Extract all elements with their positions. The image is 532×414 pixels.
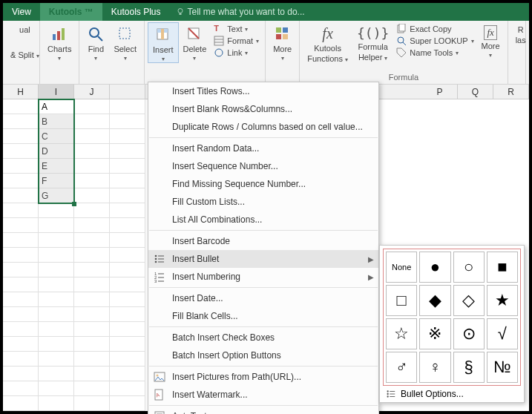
find-button[interactable]: Find ▾ xyxy=(82,22,109,62)
insert-button[interactable]: Insert ▾ xyxy=(148,22,179,63)
more2-label: More xyxy=(482,42,500,50)
chart-icon xyxy=(50,25,68,43)
menu-insert-barcode[interactable]: Insert Barcode xyxy=(148,232,378,250)
chevron-down-icon: ▾ xyxy=(489,52,492,59)
ribbon-tabs: View Kutools ™ Kutools Plus Tell me what… xyxy=(3,3,529,21)
chevron-down-icon: ▾ xyxy=(193,55,196,62)
exact-copy-button[interactable]: Exact Copy xyxy=(396,24,473,34)
bullet-hollow-square[interactable]: □ xyxy=(386,285,417,316)
bullet-hollow-star[interactable]: ☆ xyxy=(386,318,417,349)
menu-batch-option-buttons[interactable]: Batch Insert Option Buttons xyxy=(148,346,378,364)
cell[interactable]: B xyxy=(39,114,74,129)
cell[interactable]: G xyxy=(39,188,74,203)
menu-insert-watermark[interactable]: A Insert Watermark... xyxy=(148,386,378,404)
cell[interactable]: F xyxy=(39,174,74,188)
cell[interactable]: D xyxy=(39,144,74,159)
bullet-hollow-diamond[interactable]: ◇ xyxy=(453,285,485,316)
format-label: Format xyxy=(227,36,253,45)
cell[interactable]: A xyxy=(39,99,74,114)
menu-insert-blank-rows-cols[interactable]: Insert Blank Rows&Columns... xyxy=(148,100,378,118)
charts-button[interactable]: Charts ▾ xyxy=(43,22,76,62)
menu-random-data[interactable]: Insert Random Data... xyxy=(148,139,378,157)
menu-insert-titles-rows[interactable]: Insert Titles Rows... xyxy=(148,82,378,100)
autotext-icon xyxy=(153,410,166,414)
svg-point-4 xyxy=(90,28,99,37)
svg-rect-17 xyxy=(283,27,288,33)
cell[interactable]: C xyxy=(39,129,74,144)
menu-fill-blank-cells[interactable]: Fill Blank Cells... xyxy=(148,307,378,325)
col-header[interactable]: P xyxy=(422,85,458,99)
bullet-filled-star[interactable]: ★ xyxy=(487,285,518,316)
bullet-filled-circle[interactable]: ● xyxy=(419,252,450,283)
bullet-palette: None ● ○ ■ □ ◆ ◇ ★ ☆ ※ ⊙ √ ♂ ♀ § № Bulle… xyxy=(379,245,525,403)
tell-me-search[interactable]: Tell me what you want to do... xyxy=(170,3,305,21)
tab-kutools[interactable]: Kutools ™ xyxy=(40,3,102,21)
bullet-female[interactable]: ♀ xyxy=(419,352,450,383)
bullet-filled-square[interactable]: ■ xyxy=(487,252,518,283)
nametools-label: Name Tools xyxy=(410,48,453,57)
chevron-down-icon: ▾ xyxy=(124,55,127,62)
bullet-hollow-circle[interactable]: ○ xyxy=(453,252,485,283)
super-lookup-button[interactable]: Super LOOKUP ▾ xyxy=(396,36,473,46)
link-button[interactable]: Link ▾ xyxy=(214,47,259,58)
exactcopy-label: Exact Copy xyxy=(410,24,451,33)
menu-insert-bullet[interactable]: Insert Bullet ▶ xyxy=(148,250,378,268)
menu-find-missing[interactable]: Find Missing Sequence Number... xyxy=(148,175,378,193)
menu-autotext[interactable]: AutoText xyxy=(148,407,378,414)
col-header[interactable]: H xyxy=(3,85,39,99)
bullet-section[interactable]: § xyxy=(453,352,485,383)
menu-pictures-from-path[interactable]: Insert Pictures from Path(URL)... xyxy=(148,368,378,386)
col-header[interactable]: R xyxy=(493,85,529,99)
delete-button[interactable]: Delete ▾ xyxy=(179,22,211,62)
bullet-reference-mark[interactable]: ※ xyxy=(419,318,450,349)
svg-point-48 xyxy=(387,395,388,397)
bullet-filled-diamond[interactable]: ◆ xyxy=(419,285,450,316)
col-header[interactable] xyxy=(110,85,145,99)
menu-separator xyxy=(149,405,378,406)
menu-sequence-number[interactable]: Insert Sequence Number... xyxy=(148,157,378,175)
bullet-none[interactable]: None xyxy=(386,252,417,283)
tab-view[interactable]: View xyxy=(3,3,40,21)
menu-insert-numbering[interactable]: 123 Insert Numbering ▶ xyxy=(148,268,378,286)
bullet-options[interactable]: Bullet Options... xyxy=(383,386,521,399)
text-button[interactable]: TText ▾ xyxy=(214,24,259,34)
cell[interactable]: E xyxy=(39,159,74,174)
tab-kutools-plus[interactable]: Kutools Plus xyxy=(102,3,170,21)
insert-dropdown-menu: Insert Titles Rows... Insert Blank Rows&… xyxy=(148,82,379,414)
svg-rect-3 xyxy=(62,28,65,40)
bullet-check[interactable]: √ xyxy=(487,318,518,349)
format-button[interactable]: Format ▾ xyxy=(214,36,259,46)
delete-icon xyxy=(185,25,203,43)
grid-icon xyxy=(274,25,292,43)
visual-label: ual xyxy=(19,25,30,34)
svg-point-24 xyxy=(155,255,157,257)
fill-handle[interactable] xyxy=(72,202,76,206)
menu-batch-checkboxes[interactable]: Batch Insert Check Boxes xyxy=(148,329,378,346)
picture-icon xyxy=(153,370,166,384)
more-button-2[interactable]: fx More ▾ xyxy=(477,22,505,59)
menu-duplicate-rows[interactable]: Duplicate Rows / Columns based on cell v… xyxy=(148,118,378,136)
chevron-down-icon: ▾ xyxy=(162,56,165,62)
col-header[interactable]: Q xyxy=(458,85,493,99)
menu-insert-date[interactable]: Insert Date... xyxy=(148,289,378,307)
menu-separator xyxy=(149,137,378,138)
bullet-numero[interactable]: № xyxy=(487,352,518,383)
bulb-icon xyxy=(176,7,185,16)
menu-fill-custom[interactable]: Fill Custom Lists... xyxy=(148,193,378,211)
svg-rect-19 xyxy=(283,34,288,39)
split-label: & Split ▾ xyxy=(10,50,39,59)
menu-list-combinations[interactable]: List All Combinations... xyxy=(148,211,378,229)
select-button[interactable]: Select ▾ xyxy=(109,22,141,62)
kutools-functions-button[interactable]: fx Kutools Functions ▾ xyxy=(303,22,352,63)
col-header[interactable]: J xyxy=(74,85,110,99)
more-button-1[interactable]: More ▾ xyxy=(269,22,296,62)
bullet-male[interactable]: ♂ xyxy=(386,352,417,383)
link-icon xyxy=(214,47,224,58)
visual-partial-button[interactable]: ual & Split ▾ xyxy=(6,22,44,59)
bullet-list-icon xyxy=(386,389,396,399)
bullet-circled-dot[interactable]: ⊙ xyxy=(453,318,485,349)
col-header[interactable]: I xyxy=(39,85,74,99)
name-tools-button[interactable]: Name Tools ▾ xyxy=(396,47,473,58)
formula-helper-button[interactable]: {()} Formula Helper ▾ xyxy=(352,22,393,62)
partial-r-button[interactable]: Rlas xyxy=(511,22,531,45)
